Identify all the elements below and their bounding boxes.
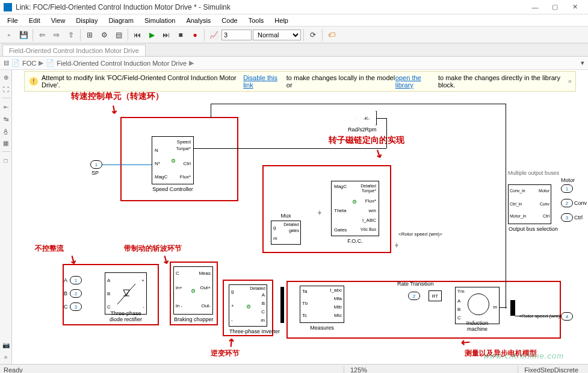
block-inverter[interactable]: Detailed g + - A B C m ⚙ Three-phase Inv… [229, 284, 267, 327]
block-measures[interactable]: Ta Tb Tc I_abc Mta Mtb Mtc Measures [300, 286, 344, 323]
record-button[interactable]: ● [188, 28, 202, 42]
mux-label: Mux [271, 213, 300, 219]
gain-block[interactable]: -K- [356, 111, 377, 125]
maximize-button[interactable]: ▢ [545, 1, 565, 13]
sub-icon: 📄 [46, 59, 54, 67]
menu-diagram[interactable]: Diagram [104, 16, 138, 25]
inport-rate[interactable]: 2 [408, 292, 420, 300]
fast-restart-button[interactable]: ⟳ [306, 28, 320, 42]
foc-label: F.O.C. [332, 238, 379, 244]
up-button[interactable]: ⇧ [64, 28, 78, 42]
outport-conv[interactable]: 2 [561, 199, 573, 207]
outport-ctrl[interactable]: 3 [561, 213, 573, 222]
outport-motor[interactable]: 1 [561, 184, 573, 193]
rotor-speed-tag2: <Rotor speed (wm)> [519, 313, 563, 319]
sim-mode-select[interactable]: Normal [253, 30, 301, 40]
status-ready: Ready [4, 366, 344, 373]
block-output-bus[interactable]: Conv_in Ctrl_in Motor_in Motor Conv Ctrl… [508, 184, 551, 224]
block-mux-bar[interactable] [280, 287, 284, 323]
ground-icon: ⏚ [318, 208, 321, 215]
menu-tools[interactable]: Tools [244, 16, 269, 25]
svg-marker-1 [123, 290, 129, 296]
sample-icon[interactable]: ↹ [1, 114, 11, 124]
window-controls: — ▢ ✕ [525, 1, 584, 13]
disable-link[interactable]: Disable this link [243, 74, 286, 89]
anno-chopper: 带制动的斩波环节 [124, 243, 182, 254]
ground-icon: ⏚ [395, 241, 398, 248]
bus-selector[interactable] [510, 300, 515, 316]
block-chopper[interactable]: C in+ in - Meas Out+ Out- ⚙ Braking chop… [173, 266, 213, 315]
breadcrumb-arrow-icon: ▶ [39, 59, 43, 67]
run-button[interactable]: ▶ [145, 28, 158, 42]
menu-code[interactable]: Code [217, 16, 242, 25]
outport-4[interactable]: 4 [561, 312, 573, 321]
back-nav-icon[interactable]: ⇤ [1, 102, 11, 111]
block-speed-controller[interactable]: Speed N N* MagC Torque* Ctrl Flux* ⚙ Spe… [152, 136, 194, 184]
annotation-icon[interactable]: A̲ [1, 126, 11, 136]
menu-edit[interactable]: Edit [24, 16, 45, 25]
notice-bar: ! Attempt to modify link 'FOC/Field-Orie… [24, 71, 576, 92]
save-button[interactable]: 💾 [17, 28, 30, 42]
inport-sp[interactable]: 1 [90, 160, 102, 169]
explorer-button[interactable]: ▤ [112, 28, 125, 42]
canvas[interactable]: ! Attempt to modify link 'FOC/Field-Orie… [12, 70, 588, 364]
close-button[interactable]: ✕ [565, 1, 584, 13]
config-button[interactable]: ⚙ [97, 28, 111, 42]
inport-c[interactable]: 3 [70, 302, 82, 311]
minimize-button[interactable]: — [525, 1, 545, 13]
block-mux[interactable]: Detailed gates g m Mux [271, 221, 301, 245]
step-forward-button[interactable]: ⏭ [159, 28, 173, 42]
titlebar: Link: FOC/Field-Oriented Control Inducti… [0, 0, 588, 14]
inport-a[interactable]: 1 [70, 276, 82, 284]
measures-label: Measures [300, 325, 344, 331]
model-tab[interactable]: Field-Oriented Control Induction Motor D… [2, 45, 146, 56]
stop-button[interactable]: ■ [174, 28, 187, 42]
library-button[interactable]: ⊞ [83, 28, 96, 42]
dropdown-icon[interactable]: ▾ [581, 59, 584, 67]
b-label: B [64, 290, 67, 296]
obs-title: Multiple output buses [508, 170, 559, 176]
block-rectifier[interactable]: A B C + - Three-phase diode rectifier [105, 272, 147, 315]
stop-time-input[interactable] [221, 30, 252, 40]
arrow-icon: ↘ [372, 146, 386, 161]
open-library-link[interactable]: open the library [395, 74, 438, 89]
menu-analysis[interactable]: Analysis [181, 16, 215, 25]
breadcrumb-bar: ⊟ 📄 FOC ▶ 📄 Field-Oriented Control Induc… [0, 57, 588, 70]
menu-help[interactable]: Help [270, 16, 293, 25]
find-icon[interactable]: » [1, 352, 11, 362]
block-foc[interactable]: Detailed MagC Torque* Flux* wm Theta I_A… [331, 181, 379, 236]
breadcrumb-arrow-icon: ▶ [189, 59, 194, 67]
gain-label: Rad/s2Rpm [348, 127, 377, 133]
menu-view[interactable]: View [46, 16, 70, 25]
menu-file[interactable]: File [2, 16, 23, 25]
new-button[interactable]: ▫ [2, 28, 16, 42]
back-button[interactable]: ⇦ [36, 28, 49, 42]
menu-simulation[interactable]: Simulation [140, 16, 180, 25]
menu-display[interactable]: Display [71, 16, 102, 25]
block-rate-transition[interactable]: RT [429, 290, 442, 301]
screenshot-icon[interactable]: 📷 [1, 340, 11, 349]
badge-button[interactable]: 🏷 [325, 28, 338, 42]
breadcrumb-root[interactable]: FOC [22, 60, 36, 67]
main-area: ⊕ ⛶ ⇤ ↹ A̲ ▦ □ 📷 » ! Attempt to modify l… [0, 70, 588, 364]
dashboard-button[interactable]: 📈 [207, 28, 220, 42]
rectifier-label: Three-phase diode rectifier [105, 310, 146, 322]
out-motor-label: Motor [561, 177, 575, 183]
image-icon[interactable]: ▦ [1, 138, 11, 148]
status-zoom[interactable]: 125% [344, 366, 373, 373]
forward-button[interactable]: ⇨ [50, 28, 63, 42]
notice-close-icon[interactable]: × [568, 78, 572, 85]
zoom-in-icon[interactable]: ⊕ [1, 72, 11, 82]
block-machine[interactable]: Tm A B C m Induction machine [455, 287, 500, 324]
inport-b[interactable]: 2 [70, 289, 82, 298]
svg-line-0 [117, 284, 135, 304]
status-solver[interactable]: FixedStepDiscrete [518, 366, 584, 373]
step-back-button[interactable]: ⏮ [131, 28, 144, 42]
palette: ⊕ ⛶ ⇤ ↹ A̲ ▦ □ 📷 » [0, 70, 12, 364]
viewmark-icon[interactable]: □ [1, 155, 11, 165]
fit-icon[interactable]: ⛶ [1, 84, 11, 94]
hide-browser-icon[interactable]: ⊟ [4, 59, 9, 67]
menubar: File Edit View Display Diagram Simulatio… [0, 14, 588, 27]
breadcrumb-current[interactable]: Field-Oriented Control Induction Motor D… [57, 60, 187, 67]
rate-label: Rate Transition [397, 281, 434, 287]
